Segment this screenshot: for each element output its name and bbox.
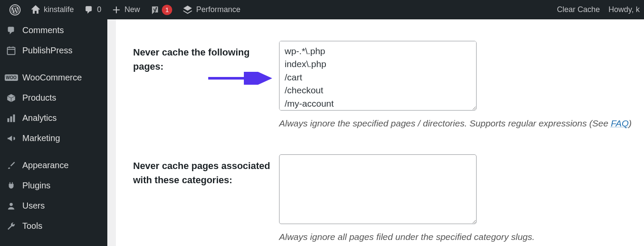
svg-rect-6	[13, 114, 15, 122]
faq-link[interactable]: FAQ	[611, 118, 629, 128]
never-cache-pages-help: Always ignore the specified pages / dire…	[279, 118, 632, 129]
plus-icon	[112, 5, 121, 15]
sidebar-item-publishpress[interactable]: PublishPress	[0, 40, 107, 61]
sidebar-item-label: Tools	[22, 221, 43, 231]
brush-icon	[6, 161, 16, 170]
admin-toolbar: kinstalife 0 New 1 Performan	[0, 0, 644, 19]
adminbar-right: Clear Cache Howdy, k	[553, 0, 644, 19]
adminbar-left: kinstalife 0 New 1 Performan	[4, 0, 246, 19]
sidebar-item-woocommerce[interactable]: WOO WooCommerce	[0, 68, 107, 88]
performance-item[interactable]: Performance	[177, 0, 246, 19]
woocommerce-icon: WOO	[6, 74, 16, 81]
never-cache-pages-row: Never cache the following pages: Always …	[133, 19, 644, 129]
arrow-annotation-icon	[206, 72, 275, 85]
sidebar-item-label: PublishPress	[22, 46, 73, 55]
sidebar-item-label: Analytics	[22, 113, 57, 123]
sidebar-item-appearance[interactable]: Appearance	[0, 155, 107, 175]
comments-item[interactable]: 0	[79, 0, 106, 19]
site-name-item[interactable]: kinstalife	[26, 0, 79, 19]
wordpress-logo-icon	[9, 4, 21, 15]
sidebar-item-plugins[interactable]: Plugins	[0, 175, 107, 196]
comment-icon	[6, 26, 16, 35]
never-cache-categories-help: Always ignore all pages filed under the …	[279, 232, 535, 242]
plug-icon	[6, 181, 16, 191]
never-cache-categories-textarea[interactable]	[279, 154, 477, 224]
never-cache-categories-row: Never cache pages associated with these …	[133, 129, 644, 242]
wrench-icon	[6, 221, 16, 231]
bar-chart-icon	[6, 114, 16, 123]
sidebar-item-label: Plugins	[22, 181, 51, 191]
clear-cache-item[interactable]: Clear Cache	[553, 0, 604, 19]
svg-rect-0	[7, 47, 15, 55]
new-label: New	[125, 5, 140, 14]
howdy-item[interactable]: Howdy, k	[604, 0, 644, 19]
never-cache-pages-textarea[interactable]	[279, 41, 477, 111]
sidebar-item-marketing[interactable]: Marketing	[0, 128, 107, 148]
wp-logo-menu[interactable]	[4, 0, 26, 19]
user-icon	[6, 201, 16, 211]
svg-rect-4	[7, 118, 9, 122]
sidebar-item-tools[interactable]: Tools	[0, 216, 107, 236]
yoast-item[interactable]: 1	[145, 0, 177, 19]
box-icon	[6, 93, 16, 103]
settings-content: Never cache the following pages: Always …	[107, 19, 644, 246]
sidebar-item-label: Users	[22, 201, 45, 211]
sidebar-item-products[interactable]: Products	[0, 88, 107, 108]
performance-label: Performance	[196, 5, 240, 14]
notification-badge: 1	[162, 5, 172, 15]
sidebar-item-label: Appearance	[22, 160, 69, 170]
comments-count: 0	[97, 5, 101, 14]
never-cache-categories-label: Never cache pages associated with these …	[133, 154, 279, 187]
svg-rect-5	[10, 116, 12, 122]
sidebar-item-users[interactable]: Users	[0, 196, 107, 216]
new-content-item[interactable]: New	[106, 0, 145, 19]
admin-sidebar: Comments PublishPress WOO WooCommerce Pr…	[0, 19, 107, 246]
sidebar-item-label: Marketing	[22, 133, 60, 143]
site-name-label: kinstalife	[44, 5, 74, 14]
yoast-icon	[150, 5, 161, 15]
never-cache-pages-label: Never cache the following pages:	[133, 41, 279, 74]
home-icon	[31, 5, 40, 15]
sidebar-item-label: Comments	[22, 25, 64, 35]
comment-icon	[84, 5, 94, 15]
svg-point-7	[9, 203, 12, 206]
sidebar-item-label: WooCommerce	[22, 73, 82, 83]
sidebar-item-comments[interactable]: Comments	[0, 20, 107, 40]
calendar-icon	[6, 46, 16, 55]
sidebar-item-label: Products	[22, 93, 56, 103]
megaphone-icon	[6, 134, 16, 143]
performance-icon	[182, 5, 193, 15]
sidebar-item-analytics[interactable]: Analytics	[0, 108, 107, 128]
